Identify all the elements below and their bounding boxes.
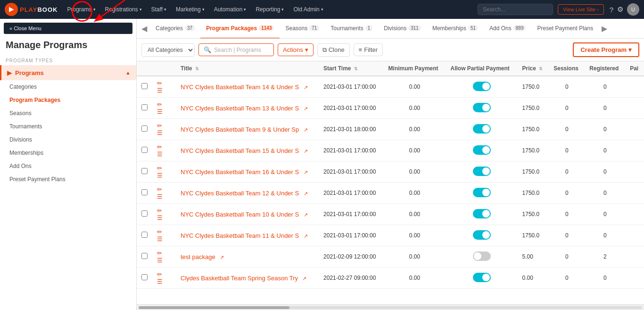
program-title[interactable]: NYC Clydes Basketball Team 15 & Under S xyxy=(181,147,299,154)
edit-icon[interactable]: ✏ xyxy=(157,250,162,257)
sidebar-item-memberships[interactable]: Memberships xyxy=(0,146,136,159)
program-title[interactable]: NYC Clydes Basketball Team 11 & Under S xyxy=(181,232,299,239)
allow-partial-toggle[interactable] xyxy=(473,230,491,240)
row-checkbox[interactable] xyxy=(141,253,148,259)
list-icon[interactable]: ☰ xyxy=(157,214,163,221)
edit-icon[interactable]: ✏ xyxy=(157,101,162,108)
allow-partial-toggle[interactable] xyxy=(473,124,491,134)
nav-marketing[interactable]: Marketing ▾ xyxy=(172,0,208,19)
program-title[interactable]: NYC Clydes Basketball Team 16 & Under S xyxy=(181,168,299,176)
tab-preset-payment-plans[interactable]: Preset Payment Plans xyxy=(531,19,599,39)
program-title[interactable]: NYC Clydes Basketball Team 9 & Under Sp xyxy=(181,126,299,133)
sidebar-item-divisions[interactable]: Divisions xyxy=(0,133,136,146)
avatar[interactable]: U xyxy=(627,3,639,16)
edit-icon[interactable]: ✏ xyxy=(157,186,162,193)
list-icon[interactable]: ☰ xyxy=(157,257,163,264)
row-checkbox[interactable] xyxy=(141,168,148,174)
clone-button[interactable]: ⧉ Clone xyxy=(317,43,350,57)
list-icon[interactable]: ☰ xyxy=(157,193,163,200)
tabs-scroll-right[interactable]: ▶ xyxy=(599,24,610,33)
edit-icon[interactable]: ✏ xyxy=(157,143,162,151)
external-link-icon[interactable]: ↗ xyxy=(304,233,308,239)
program-title[interactable]: Clydes Basketball Team Spring Season Try xyxy=(181,275,298,282)
gear-icon[interactable]: ⚙ xyxy=(617,5,623,14)
list-icon[interactable]: ☰ xyxy=(157,235,163,243)
list-icon[interactable]: ☰ xyxy=(157,278,163,285)
sidebar-item-program-packages[interactable]: Program Packages xyxy=(0,93,136,107)
sidebar-item-preset-payment-plans[interactable]: Preset Payment Plans xyxy=(0,173,136,186)
row-checkbox[interactable] xyxy=(141,189,148,195)
tab-divisions[interactable]: Divisions 311 xyxy=(378,19,427,39)
tab-add-ons[interactable]: Add Ons 889 xyxy=(484,19,531,39)
actions-button[interactable]: Actions ▾ xyxy=(278,43,314,56)
allow-partial-toggle[interactable] xyxy=(473,82,491,91)
row-checkbox[interactable] xyxy=(141,274,148,280)
row-checkbox[interactable] xyxy=(141,232,148,238)
external-link-icon[interactable]: ↗ xyxy=(304,148,308,154)
allow-partial-toggle[interactable] xyxy=(473,273,491,282)
list-icon[interactable]: ☰ xyxy=(157,87,163,94)
edit-icon[interactable]: ✏ xyxy=(157,271,162,278)
col-price[interactable]: Price ⇅ xyxy=(518,61,549,76)
nav-reporting[interactable]: Reporting ▾ xyxy=(252,0,288,19)
logo[interactable]: ▶ PLAYBOOK xyxy=(5,3,58,16)
list-icon[interactable]: ☰ xyxy=(157,108,163,115)
row-checkbox[interactable] xyxy=(141,126,148,132)
help-icon[interactable]: ? xyxy=(610,6,613,14)
allow-partial-toggle[interactable] xyxy=(473,251,491,261)
allow-partial-toggle[interactable] xyxy=(473,167,491,176)
tabs-scroll-left[interactable]: ◀ xyxy=(139,24,150,33)
search-programs-field[interactable]: 🔍 Search | Programs xyxy=(198,43,274,56)
sidebar-item-add-ons[interactable]: Add Ons xyxy=(0,159,136,173)
category-filter[interactable]: All Categories xyxy=(141,43,195,57)
sidebar-item-programs[interactable]: ▶ Programs ▲ xyxy=(0,65,136,80)
row-checkbox[interactable] xyxy=(141,83,148,89)
external-link-icon[interactable]: ↗ xyxy=(304,212,308,218)
nav-automation[interactable]: Automation ▾ xyxy=(210,0,250,19)
tab-seasons[interactable]: Seasons 71 xyxy=(280,19,325,39)
sidebar-item-categories[interactable]: Categories xyxy=(0,80,136,93)
external-link-icon[interactable]: ↗ xyxy=(304,191,308,196)
allow-partial-toggle[interactable] xyxy=(473,209,491,218)
edit-icon[interactable]: ✏ xyxy=(157,165,162,172)
row-checkbox[interactable] xyxy=(141,210,148,217)
nav-staff[interactable]: Staff ▾ xyxy=(148,0,170,19)
allow-partial-toggle[interactable] xyxy=(473,188,491,197)
edit-icon[interactable]: ✏ xyxy=(157,207,162,214)
nav-programs[interactable]: Programs ▾ xyxy=(63,0,99,19)
search-input[interactable] xyxy=(478,4,553,15)
col-title[interactable]: Title ⇅ xyxy=(176,61,319,76)
external-link-icon[interactable]: ↗ xyxy=(304,84,308,90)
tab-tournaments[interactable]: Tournaments 1 xyxy=(325,19,378,39)
tab-memberships[interactable]: Memberships 51 xyxy=(427,19,484,39)
allow-partial-toggle[interactable] xyxy=(473,145,491,155)
close-menu-button[interactable]: « Close Menu xyxy=(4,23,132,34)
external-link-icon[interactable]: ↗ xyxy=(304,127,308,133)
allow-partial-toggle[interactable] xyxy=(473,103,491,112)
edit-icon[interactable]: ✏ xyxy=(157,80,162,87)
filter-button[interactable]: ≡ Filter xyxy=(354,43,383,56)
program-title[interactable]: NYC Clydes Basketball Team 12 & Under S xyxy=(181,190,299,197)
program-title[interactable]: test package xyxy=(181,253,215,260)
list-icon[interactable]: ☰ xyxy=(157,151,163,158)
external-link-icon[interactable]: ↗ xyxy=(304,169,308,175)
sidebar-item-seasons[interactable]: Seasons xyxy=(0,107,136,120)
list-icon[interactable]: ☰ xyxy=(157,172,163,179)
horizontal-scrollbar[interactable] xyxy=(137,304,644,310)
sidebar-item-tournaments[interactable]: Tournaments xyxy=(0,120,136,133)
external-link-icon[interactable]: ↗ xyxy=(304,106,308,111)
list-icon[interactable]: ☰ xyxy=(157,129,163,136)
program-title[interactable]: NYC Clydes Basketball Team 10 & Under S xyxy=(181,211,299,218)
row-checkbox[interactable] xyxy=(141,147,148,153)
external-link-icon[interactable]: ↗ xyxy=(220,254,224,260)
nav-old-admin[interactable]: Old Admin ▾ xyxy=(289,0,327,19)
edit-icon[interactable]: ✏ xyxy=(157,122,162,129)
tab-program-packages[interactable]: Program Packages 1143 xyxy=(200,19,280,39)
view-live-button[interactable]: View Live Site › xyxy=(558,4,604,15)
edit-icon[interactable]: ✏ xyxy=(157,228,162,235)
col-start-time[interactable]: Start Time ⇅ xyxy=(319,61,384,76)
tab-categories[interactable]: Categories 37 xyxy=(150,19,200,39)
nav-registrations[interactable]: Registrations ▾ xyxy=(101,0,146,19)
create-program-button[interactable]: Create Program ▾ xyxy=(573,42,639,57)
row-checkbox[interactable] xyxy=(141,104,148,110)
